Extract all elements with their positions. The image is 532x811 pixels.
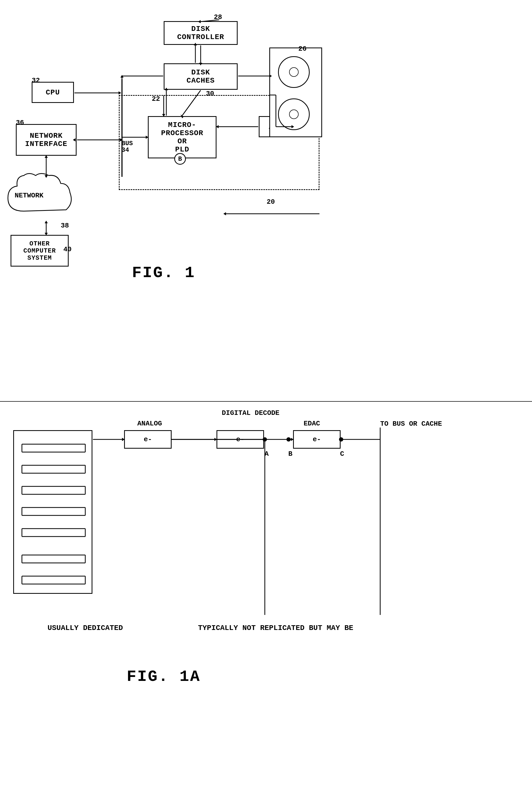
fig1-diagram: 28 DISKCONTROLLER DISKCACHES 30 CPU 32 N…: [0, 5, 532, 401]
disk-caches-box: DISKCACHES: [164, 63, 238, 90]
cpu-box: CPU: [32, 82, 74, 103]
svg-marker-39: [120, 75, 124, 78]
fig1a-diagram: ANALOG e- DIGITAL DECODE e- EDAC e- TO B…: [0, 404, 532, 811]
page: 28 DISKCONTROLLER DISKCACHES 30 CPU 32 N…: [0, 0, 532, 811]
network-interface-box: NETWORKINTERFACE: [16, 124, 77, 156]
bus-label: BUS: [121, 140, 133, 147]
svg-point-78: [339, 437, 343, 442]
disk-controller-label: DISKCONTROLLER: [177, 25, 224, 41]
ref-28: 28: [214, 13, 222, 21]
fig1a-arrows: [0, 404, 532, 811]
svg-marker-81: [122, 438, 125, 441]
cpu-label: CPU: [46, 88, 60, 96]
divider: [0, 401, 532, 402]
fig1-title: FIG. 1: [132, 264, 195, 282]
other-computer-label: OTHERCOMPUTERSYSTEM: [23, 240, 56, 262]
ref-20: 20: [267, 198, 275, 206]
ref-36: 36: [16, 119, 24, 127]
network-interface-label: NETWORKINTERFACE: [25, 132, 67, 148]
other-computer-box: OTHERCOMPUTERSYSTEM: [11, 235, 69, 266]
disk-drives-box: [269, 47, 322, 137]
disk-controller-box: DISKCONTROLLER: [164, 21, 238, 45]
ref-32: 32: [32, 77, 40, 85]
svg-text:NETWORK: NETWORK: [15, 192, 44, 200]
ref-38: 38: [61, 222, 69, 230]
ref-40: 40: [63, 245, 72, 254]
svg-marker-12: [119, 91, 121, 94]
svg-marker-84: [291, 438, 293, 441]
bus-ref: 34: [121, 147, 129, 154]
disk-caches-label: DISKCACHES: [187, 68, 215, 85]
svg-marker-83: [214, 438, 217, 441]
ref-26: 26: [298, 45, 306, 53]
svg-marker-34: [223, 212, 226, 215]
network-cloud-svg: NETWORK: [3, 169, 82, 222]
ref-22: 22: [152, 95, 160, 103]
